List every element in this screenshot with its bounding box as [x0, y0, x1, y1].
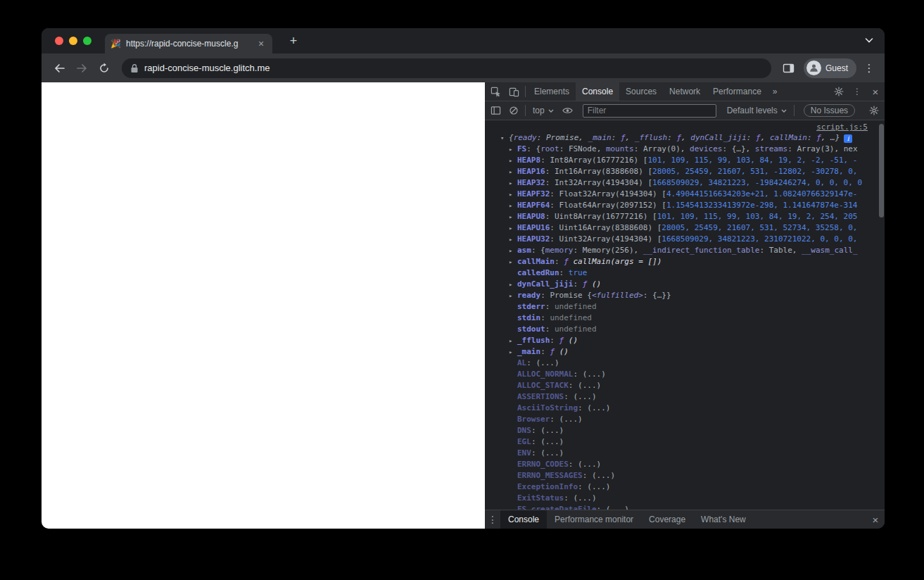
object-class: Uint32Array(4194304)	[559, 234, 652, 244]
expand-icon[interactable]: ▸	[509, 234, 517, 245]
minimize-window-button[interactable]	[69, 37, 77, 45]
device-toolbar-icon[interactable]	[505, 82, 523, 101]
forward-button[interactable]	[71, 58, 92, 79]
invoke-getter[interactable]: (...)	[578, 460, 601, 469]
context-selector[interactable]: top	[528, 106, 559, 115]
console-line: Browser: (...)	[485, 414, 878, 425]
invoke-getter[interactable]: (...)	[559, 415, 583, 424]
invoke-getter[interactable]: (...)	[540, 426, 564, 435]
console-line: ▸ready: Promise {<fulfilled>: {…}}	[485, 290, 878, 301]
invoke-getter[interactable]: (...)	[573, 493, 596, 503]
punctuation: :	[559, 144, 569, 153]
punctuation: ,	[746, 144, 755, 153]
function-glyph: ƒ	[564, 257, 573, 266]
invoke-getter[interactable]: (...)	[536, 358, 559, 367]
punctuation: :	[545, 167, 555, 176]
issues-counter[interactable]: No Issues	[804, 104, 855, 117]
expand-icon[interactable]: ▸	[509, 222, 517, 234]
invoke-getter[interactable]: (...)	[540, 437, 564, 446]
side-panel-icon[interactable]	[778, 58, 799, 79]
expand-icon[interactable]: ▸	[509, 211, 517, 222]
collapse-icon[interactable]: ▾	[500, 132, 509, 144]
expand-icon[interactable]: ▸	[509, 200, 517, 211]
preview-property-name: _fflush	[635, 133, 667, 142]
function-glyph: ƒ	[621, 133, 626, 142]
devtools-settings-gear-icon[interactable]	[830, 82, 848, 101]
filter-input[interactable]	[583, 104, 716, 118]
console-scrollbar[interactable]	[879, 124, 884, 218]
invoke-getter[interactable]: (...)	[540, 448, 564, 458]
preview-property-name: __indirect_function_table	[643, 246, 760, 255]
zoom-window-button[interactable]	[83, 37, 91, 45]
invoke-getter[interactable]: (...)	[606, 505, 629, 510]
evaluated-value-info-badge[interactable]: i	[844, 134, 852, 143]
punctuation: ,	[626, 133, 635, 142]
reload-button[interactable]	[94, 58, 115, 79]
invoke-getter[interactable]: (...)	[578, 381, 601, 390]
punctuation: :	[759, 246, 768, 255]
profile-chip[interactable]: Guest	[804, 58, 856, 78]
invoke-getter[interactable]: (...)	[587, 482, 610, 491]
invoke-getter[interactable]: (...)	[587, 403, 610, 412]
tab-elements[interactable]: Elements	[528, 82, 576, 101]
new-tab-button[interactable]: +	[285, 33, 302, 50]
drawer-tab-whats-new[interactable]: What's New	[693, 510, 754, 529]
object-class: Int8Array(16777216)	[550, 156, 638, 165]
punctuation: :	[569, 381, 578, 390]
browser-menu-icon[interactable]: ⋮	[861, 58, 878, 79]
drawer-tab-coverage[interactable]: Coverage	[641, 510, 693, 529]
devtools-close-icon[interactable]: ×	[866, 82, 885, 101]
expand-icon[interactable]: ▸	[509, 335, 517, 346]
expand-icon[interactable]: ▸	[509, 346, 517, 358]
preview-property-name: __wasm_call_	[802, 246, 857, 255]
tab-performance[interactable]: Performance	[707, 82, 768, 101]
expand-icon[interactable]: ▸	[509, 144, 517, 155]
live-expression-eye-icon[interactable]	[559, 101, 577, 120]
source-link[interactable]: script.js:5	[816, 122, 868, 132]
function-glyph: ƒ	[550, 347, 559, 356]
property-name: HEAP16	[517, 167, 545, 176]
drawer-tab-performance-monitor[interactable]: Performance monitor	[547, 510, 641, 529]
tab-network[interactable]: Network	[663, 82, 707, 101]
clear-console-icon[interactable]	[505, 101, 523, 120]
invoke-getter[interactable]: (...)	[573, 392, 596, 401]
expand-icon[interactable]: ▸	[509, 279, 517, 290]
expand-icon[interactable]: ▸	[509, 245, 517, 256]
console-sidebar-icon[interactable]	[486, 101, 505, 120]
back-button[interactable]	[49, 58, 70, 79]
punctuation: :	[747, 133, 756, 142]
drawer-menu-icon[interactable]: ⋮	[485, 514, 500, 525]
drawer-close-icon[interactable]: ×	[866, 510, 885, 529]
console-line: ▸HEAP32: Int32Array(4194304) [1668509029…	[485, 177, 878, 189]
tab-console[interactable]: Console	[576, 82, 619, 101]
tab-strip: 🎉 https://rapid-concise-muscle.g × +	[42, 28, 885, 53]
punctuation: ,	[761, 133, 770, 142]
inspect-element-icon[interactable]	[486, 82, 505, 101]
devtools-menu-icon[interactable]: ⋮	[848, 82, 866, 101]
expand-icon[interactable]: ▸	[509, 189, 517, 200]
punctuation: :	[574, 246, 583, 255]
more-tabs-icon[interactable]: »	[768, 87, 783, 96]
log-levels-dropdown[interactable]: Default levels	[722, 106, 792, 115]
expand-icon[interactable]: ▸	[509, 177, 517, 189]
browser-tab[interactable]: 🎉 https://rapid-concise-muscle.g ×	[105, 34, 272, 53]
tab-close-icon[interactable]: ×	[255, 38, 267, 49]
expand-icon[interactable]: ▸	[509, 256, 517, 267]
function-signature: ()	[559, 347, 569, 356]
address-bar[interactable]: rapid-concise-muscle.glitch.me	[122, 58, 771, 78]
close-window-button[interactable]	[55, 37, 63, 45]
tab-search-chevron-icon[interactable]	[865, 38, 873, 43]
punctuation: :	[531, 448, 540, 458]
property-name: _main	[517, 347, 540, 356]
punctuation: :	[667, 133, 676, 142]
expand-icon[interactable]: ▸	[509, 155, 517, 166]
invoke-getter[interactable]: (...)	[592, 471, 615, 480]
console-settings-gear-icon[interactable]	[865, 101, 883, 120]
lock-icon[interactable]	[130, 63, 139, 73]
tab-sources[interactable]: Sources	[619, 82, 663, 101]
drawer-tab-console[interactable]: Console	[500, 510, 547, 529]
invoke-getter[interactable]: (...)	[583, 370, 606, 379]
expand-icon[interactable]: ▸	[509, 290, 517, 301]
browser-window: 🎉 https://rapid-concise-muscle.g × + rap…	[42, 28, 885, 529]
expand-icon[interactable]: ▸	[509, 166, 517, 177]
